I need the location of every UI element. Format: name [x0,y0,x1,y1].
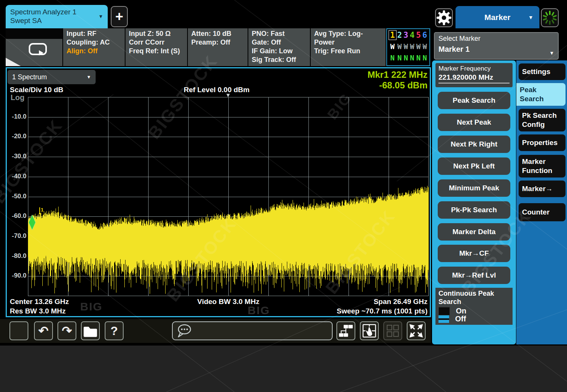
side-tab-marker-to[interactable]: Marker→ [519,181,565,197]
screen-capture-cell[interactable] [6,28,62,66]
trace-5-write-indicator: W [416,42,420,51]
marker-1-flag-label: 1 [41,207,43,213]
marker-delta-button[interactable]: Marker Delta [438,223,510,241]
add-mode-button[interactable]: + [111,6,128,27]
side-tab-label: Marker [522,157,562,166]
side-tab-label: Peak [520,85,562,94]
blank-button[interactable] [9,321,28,340]
side-tab-marker-function[interactable]: Marker Function [519,155,565,177]
question-mark-icon: ? [110,325,118,337]
menu-tab-marker[interactable]: Marker ▼ [455,6,539,28]
status-line: Input Z: 50 Ω [129,29,184,38]
sweep-annotation[interactable]: Sweep ~70.7 ms (1001 pts) [337,307,428,315]
stock-footer-bar: BIGSTOCK Image ID: 452844653 bigstock.co… [0,346,567,392]
status-line: Input: RF [67,29,121,38]
y-tick: -40.0 [7,173,26,180]
block-diagram-button[interactable] [336,321,355,340]
y-tick: -20.0 [7,133,26,140]
mode-tab-spectrum-analyzer[interactable]: Spectrum Analyzer 1 Swept SA ▼ [6,5,108,28]
mkr-to-cf-button[interactable]: Mkr→CF [438,245,510,262]
pno-settings-cell[interactable]: PNO: Fast Gate: Off IF Gain: Low Sig Tra… [248,28,310,66]
marker-readout-level: -68.05 dBm [367,80,428,91]
bottom-toolbar: ↶ ↷ ? [0,319,431,343]
spinner-icon [542,9,558,26]
y-tick: -50.0 [7,193,26,200]
side-tab-label: Counter [522,208,562,217]
mkr-to-ref-lvl-button[interactable]: Mkr→Ref Lvl [438,267,510,284]
trace-6-write-indicator: W [423,42,427,51]
video-bw-annotation[interactable]: Video BW 3.0 MHz [28,298,429,306]
next-peak-button[interactable]: Next Peak [438,114,510,131]
impedance-settings-cell[interactable]: Input Z: 50 Ω Corr CCorr Freq Ref: Int (… [125,28,187,66]
spectrum-canvas[interactable] [28,97,429,296]
busy-indicator-button[interactable] [541,8,559,27]
undo-button[interactable]: ↶ [34,321,53,340]
touch-select-window-button[interactable] [360,321,379,340]
cps-on-label: On [456,307,466,315]
cps-on-indicator [438,307,450,315]
fullscreen-button[interactable] [407,321,426,340]
cps-label-1: Continuous Peak [438,289,510,298]
window-grid-icon [386,324,400,338]
continuous-peak-search-toggle[interactable]: Continuous Peak Search On Off [435,288,513,325]
key-label: Next Pk Right [451,140,497,148]
select-marker-label: Select Marker [438,35,554,43]
trace-selector-dropdown[interactable]: 1 Spectrum ▼ [8,70,96,84]
trace-selector-label: 1 Spectrum [12,73,47,81]
next-pk-left-button[interactable]: Next Pk Left [438,157,510,175]
status-line: Trig: Free Run [314,47,382,56]
key-label: Next Pk Left [453,162,495,170]
side-tab-pk-search-config[interactable]: Pk Search Config [519,109,565,131]
status-line: IF Gain: Low [252,47,307,56]
avg-trig-settings-cell[interactable]: Avg Type: Log-Power Trig: Free Run [311,28,386,66]
status-line: Sig Track: Off [252,56,307,64]
mode-tab-subtitle: Swept SA [10,16,103,25]
select-marker-dropdown[interactable]: Select Marker Marker 1 ▼ [434,32,559,60]
side-tab-label: Properties [522,138,562,147]
status-line: Avg Type: Log-Power [314,29,382,47]
spectrum-display-window[interactable]: 1 Spectrum ▼ Mkr1 222 MHz -68.05 dBm Sca… [6,67,431,317]
fullscreen-arrows-icon [409,324,423,338]
remark-input-field[interactable] [172,321,333,340]
side-tab-settings[interactable]: Settings [519,63,565,80]
marker-frequency-value: 221.920000 MHz [438,73,510,83]
input-settings-cell[interactable]: Input: RF Coupling: AC Align: Off [63,28,125,66]
cps-on-option[interactable]: On [438,307,510,315]
chevron-down-icon: ▼ [549,50,554,56]
help-button[interactable]: ? [105,321,124,340]
pk-pk-search-button[interactable]: Pk-Pk Search [438,201,510,219]
span-annotation[interactable]: Span 26.49 GHz [373,298,428,306]
peak-search-button[interactable]: Peak Search [438,92,510,109]
key-label: Pk-Pk Search [451,206,497,214]
side-tab-properties[interactable]: Properties [519,134,565,151]
window-layout-button[interactable] [383,321,402,340]
marker-frequency-label: Marker Frequency [438,65,510,73]
speech-bubble-icon [177,323,192,338]
minimum-peak-button[interactable]: Minimum Peak [438,179,510,197]
status-line: Freq Ref: Int (S) [129,47,184,56]
side-tab-counter[interactable]: Counter [519,203,565,221]
spectrum-analyzer-screen: Spectrum Analyzer 1 Swept SA ▼ + Marker … [0,0,567,392]
detector-5-indicator: N [416,54,420,62]
system-settings-button[interactable] [435,8,453,27]
marker-2-indicator: 2 [397,31,402,40]
status-line: PNO: Fast [252,29,307,38]
file-button[interactable] [81,321,100,340]
redo-button[interactable]: ↷ [57,321,76,340]
ref-level-label[interactable]: Ref Level 0.00 dBm [184,86,249,94]
cps-off-indicator [438,315,449,323]
center-freq-marker-icon: ▼ [225,92,231,98]
status-line: Preamp: Off [191,38,244,47]
next-pk-right-button[interactable]: Next Pk Right [438,136,510,153]
atten-settings-cell[interactable]: Atten: 10 dB Preamp: Off [188,28,248,66]
cps-off-option[interactable]: Off [438,315,510,323]
marker-1-diamond-icon[interactable] [29,215,36,230]
detector-1-indicator: N [390,54,395,62]
marker-frequency-field[interactable]: Marker Frequency 221.920000 MHz [435,63,513,87]
scale-div-label[interactable]: Scale/Div 10 dB [10,86,64,94]
res-bw-annotation[interactable]: Res BW 3.0 MHz [10,307,66,315]
side-tab-peak-search[interactable]: Peak Search [516,83,565,106]
y-tick: -80.0 [7,252,26,260]
chevron-down-icon: ▼ [528,14,533,20]
trace-marker-status-box[interactable]: 1 2 3 4 5 6 W W W W W W N N N N N N [386,28,430,66]
